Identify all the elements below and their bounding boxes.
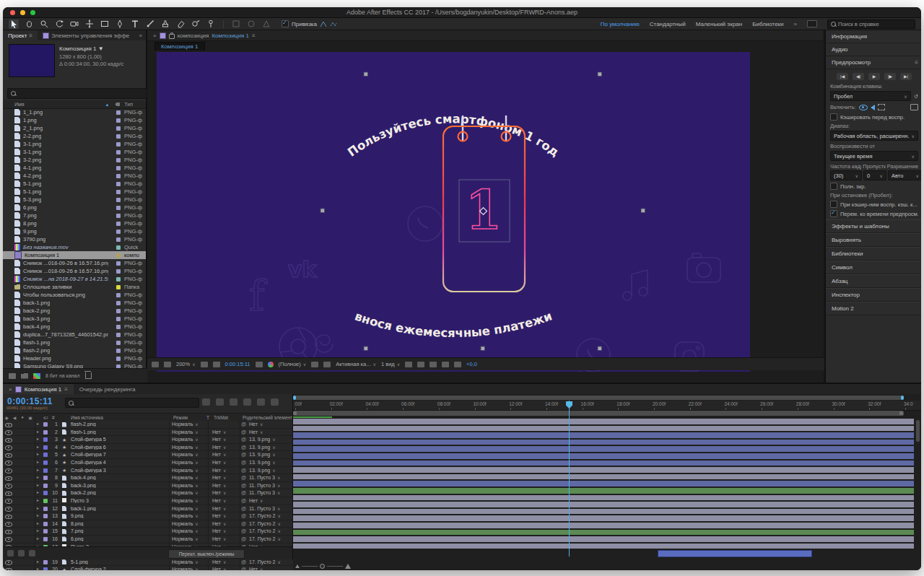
trkmat-select[interactable]: Нет xyxy=(212,475,237,480)
pickwhip-icon[interactable]: @ xyxy=(241,460,246,465)
layer-name[interactable]: Слой-фигура 5 xyxy=(71,437,165,442)
preview-section-header[interactable]: Предпросмотр≡ xyxy=(826,56,921,69)
layer-visibility-icon[interactable] xyxy=(5,499,12,504)
mask-toggle-icon[interactable] xyxy=(323,362,331,367)
mini-flowchart-icon[interactable] xyxy=(202,398,210,406)
layer-row[interactable]: ► 13 9.png Нормаль Нет @ 17. Пусто 2 xyxy=(3,512,292,520)
last-frame-button[interactable]: ▶| xyxy=(900,73,912,80)
shape-tool[interactable] xyxy=(100,19,110,29)
close-panel-icon[interactable]: × xyxy=(153,32,157,39)
work-area-bar[interactable] xyxy=(293,411,904,416)
layer-expand-arrow[interactable]: ► xyxy=(36,559,40,566)
shortcut-select[interactable]: Пробел xyxy=(830,91,911,101)
project-settings-icon[interactable] xyxy=(33,373,40,379)
trkmat-select[interactable]: Нет xyxy=(212,460,237,465)
layer-label-swatch[interactable] xyxy=(43,437,48,442)
layer-visibility-icon[interactable] xyxy=(5,438,12,443)
shy-icon[interactable] xyxy=(230,398,237,406)
parent-select[interactable]: Нет xyxy=(249,429,289,435)
trkmat-select[interactable]: Нет xyxy=(212,513,237,518)
exposure-value[interactable]: +0,0 xyxy=(466,361,477,367)
tab-effect-controls[interactable]: Элементы управления эффе xyxy=(38,30,134,40)
layer-name[interactable]: back-3.png xyxy=(71,483,165,488)
track-row[interactable] xyxy=(293,418,921,425)
layer-label-swatch[interactable] xyxy=(43,537,48,541)
roto-brush-tool[interactable] xyxy=(191,19,201,29)
layer-name[interactable]: 6.png xyxy=(71,536,165,541)
track-row[interactable] xyxy=(293,445,921,453)
project-item[interactable]: ► 4-1.png PNG-ф xyxy=(3,164,146,172)
zoom-tool[interactable] xyxy=(39,19,49,29)
tab-project[interactable]: Проект≡ xyxy=(3,30,38,40)
layer-duration-bar[interactable] xyxy=(293,446,914,452)
layer-visibility-icon[interactable] xyxy=(5,560,12,565)
layer-duration-bar[interactable] xyxy=(293,530,914,536)
parent-select[interactable]: Нет xyxy=(249,498,289,503)
bit-depth-label[interactable]: 8 бит на канал xyxy=(45,373,80,378)
layer-visibility-icon[interactable] xyxy=(5,423,12,428)
pickwhip-icon[interactable]: @ xyxy=(241,468,246,473)
interpret-footage-icon[interactable] xyxy=(9,373,16,379)
layer-duration-bar[interactable] xyxy=(293,515,914,521)
include-audio-icon[interactable] xyxy=(871,105,875,110)
blend-mode-select[interactable]: Нормаль xyxy=(172,536,204,541)
project-item[interactable]: ► 2_1.png PNG-ф xyxy=(3,124,146,132)
layer-visibility-icon[interactable] xyxy=(5,476,12,481)
layer-expand-arrow[interactable]: ► xyxy=(36,566,40,570)
layer-duration-bar[interactable] xyxy=(293,481,914,486)
layer-row[interactable]: ► 14 8.png Нормаль Нет @ 17. Пусто 2 xyxy=(3,520,292,528)
blend-mode-select[interactable]: Нормаль xyxy=(172,460,204,465)
resolution-select-right[interactable]: Авто xyxy=(888,170,921,180)
blend-mode-select[interactable]: Нормаль xyxy=(172,429,204,435)
project-item[interactable]: ► Композиция 1 компо xyxy=(3,251,146,259)
clone-stamp-tool[interactable] xyxy=(160,19,170,29)
layer-row[interactable]: ► 6 Слой-фигура 4 Нормаль Нет @ 13. 9.pn… xyxy=(3,459,292,467)
project-item[interactable]: ► 5-3.png PNG-ф xyxy=(3,196,146,204)
pan-behind-tool[interactable] xyxy=(84,19,95,29)
panel-section-header[interactable]: Абзац xyxy=(826,274,921,288)
trkmat-select[interactable]: Нет xyxy=(212,429,237,435)
layer-name[interactable]: flash-1.png xyxy=(71,429,165,435)
layer-name[interactable]: 7.png xyxy=(71,528,165,533)
layer-visibility-icon[interactable] xyxy=(5,461,12,466)
include-video-icon[interactable] xyxy=(859,105,868,110)
layer-visibility-icon[interactable] xyxy=(5,453,12,458)
layer-row[interactable]: ► 16 6.png Нормаль Нет @ 17. Пусто 2 xyxy=(3,536,292,544)
blend-mode-select[interactable]: Нормаль xyxy=(172,513,204,518)
layer-label-swatch[interactable] xyxy=(43,445,48,450)
project-item[interactable]: ► 3790.png PNG-ф xyxy=(3,235,146,243)
panel-section-header[interactable]: Motion 2 xyxy=(826,302,921,315)
roi-icon[interactable] xyxy=(201,362,208,367)
track-row[interactable] xyxy=(293,494,921,502)
blend-mode-select[interactable]: Нормаль xyxy=(172,506,204,511)
layer-duration-bar[interactable] xyxy=(658,550,812,557)
project-item[interactable]: ► back-2.png PNG-ф xyxy=(3,307,146,315)
active-comp-name[interactable]: Композиция 1 xyxy=(212,32,249,39)
track-row[interactable] xyxy=(293,487,921,494)
eraser-tool[interactable] xyxy=(175,19,186,29)
workspace-overflow-icon[interactable]: » xyxy=(794,21,797,27)
layer-name[interactable]: 5-1.png xyxy=(71,559,165,564)
layer-name[interactable]: back-4.png xyxy=(71,475,165,480)
time-navigator[interactable] xyxy=(293,396,904,400)
project-item[interactable]: ► 1_1.png PNG-ф xyxy=(3,108,146,116)
playhead-line[interactable] xyxy=(569,401,570,557)
rotation-tool[interactable] xyxy=(54,19,64,29)
skip-select[interactable]: 0 xyxy=(863,170,886,180)
next-frame-button[interactable]: |▶ xyxy=(884,73,896,80)
pickwhip-icon[interactable]: @ xyxy=(241,452,246,457)
pickwhip-icon[interactable]: @ xyxy=(241,445,246,450)
layer-name[interactable]: back-1.png xyxy=(71,506,165,511)
layer-row[interactable]: ► 3 Слой-фигура 5 Нормаль Нет @ 13. 9.pn… xyxy=(3,436,292,444)
blend-mode-select[interactable]: Нормаль xyxy=(172,559,204,564)
project-item[interactable]: ► 5-1.png PNG-ф xyxy=(3,180,146,188)
parent-select[interactable]: 17. Пусто 2 xyxy=(249,513,289,518)
vertical-scrollbar[interactable] xyxy=(916,420,920,442)
parent-select[interactable]: 17. Пусто 2 xyxy=(249,536,289,541)
workspace-tab[interactable]: Библиотеки xyxy=(752,21,783,27)
pickwhip-icon[interactable]: @ xyxy=(241,429,246,435)
layer-label-swatch[interactable] xyxy=(43,499,48,503)
layer-visibility-icon[interactable] xyxy=(5,515,12,520)
pickwhip-icon[interactable]: @ xyxy=(241,528,246,533)
layer-duration-bar[interactable] xyxy=(293,474,914,480)
